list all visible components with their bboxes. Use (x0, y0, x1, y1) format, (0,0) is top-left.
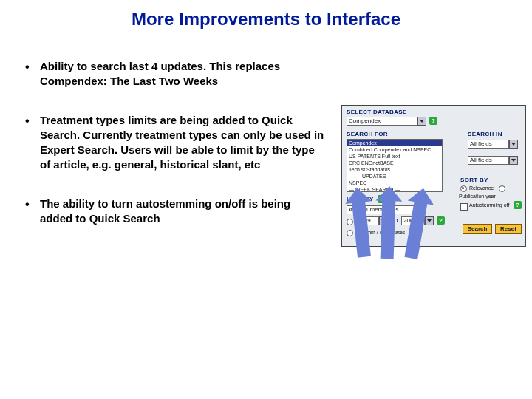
year-range-radio[interactable] (347, 219, 353, 225)
dropdown-icon[interactable] (509, 140, 518, 149)
listbox-item[interactable]: Tech st Standards (349, 167, 390, 172)
search-form-screenshot: SELECT DATABASE Compendex ? SEARCH FOR C… (341, 105, 526, 247)
search-for-label: SEARCH FOR (347, 131, 388, 137)
database-select[interactable]: Compendex (347, 117, 417, 126)
sort-pubyear-label: Publication year (459, 194, 524, 199)
help-icon[interactable]: ? (514, 201, 522, 209)
dropdown-icon[interactable] (425, 216, 434, 225)
bullet-item: Ability to search last 4 updates. This r… (22, 59, 325, 89)
listbox-item[interactable]: CRC ENGnetBASE (349, 160, 394, 166)
help-icon[interactable]: ? (437, 216, 445, 225)
callout-arrow-icon (381, 200, 396, 259)
search-button[interactable]: Search (463, 224, 492, 234)
bullet-list: Ability to search last 4 updates. This r… (22, 59, 325, 250)
autostem-checkbox[interactable] (460, 203, 468, 211)
sort-relevance-radio[interactable] (460, 185, 467, 192)
reset-button[interactable]: Reset (495, 224, 522, 234)
listbox-item[interactable]: NSPEC (349, 180, 366, 185)
dropdown-icon[interactable] (509, 156, 518, 165)
search-in-label: SEARCH IN (468, 131, 502, 137)
bullet-item: The ability to turn autostemming on/off … (22, 197, 325, 227)
listbox-item[interactable]: US PATENTS Full text (349, 154, 400, 159)
search-in-select-1[interactable]: All fields (468, 140, 509, 149)
slide-title: More Improvements to Interface (0, 9, 532, 30)
slide: More Improvements to Interface Ability t… (0, 0, 532, 399)
database-listbox[interactable]: Compendex Combined Compendex and NSPEC U… (347, 139, 443, 192)
listbox-item[interactable]: Combined Compendex and NSPEC (349, 147, 431, 152)
sort-by-label: SORT BY (460, 177, 488, 183)
dropdown-icon[interactable] (417, 117, 426, 126)
sort-pubyear-radio[interactable] (499, 185, 505, 192)
help-icon[interactable]: ? (429, 117, 437, 125)
sort-relevance-label: Relevance (469, 185, 494, 191)
search-in-select-2[interactable]: All fields (468, 156, 509, 165)
listbox-selected[interactable]: Compendex (347, 140, 442, 146)
last-updates-radio[interactable] (347, 230, 353, 236)
select-database-label: SELECT DATABASE (347, 109, 407, 115)
listbox-item[interactable]: — — UPDATES — — (349, 174, 399, 179)
bullet-item: Treatment types limits are being added t… (22, 113, 325, 173)
autostem-label: Autostemming off (469, 202, 509, 208)
